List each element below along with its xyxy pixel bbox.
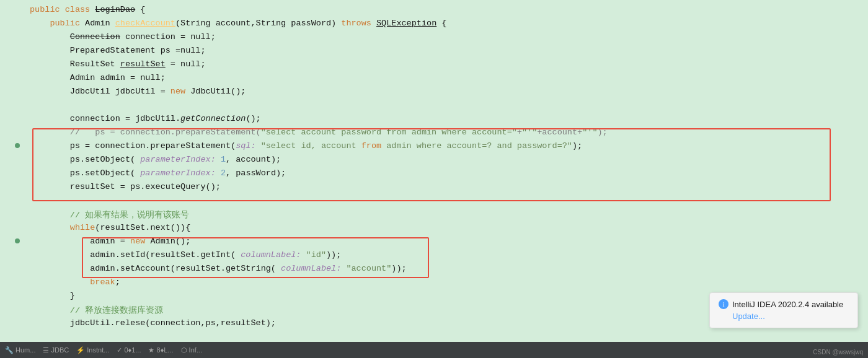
line-content-10: // ps = connection.prepareStatement("sel… [27,128,868,137]
code-line-13: ps.setObject( parameterIndex: 2, passWor… [0,168,868,182]
line-content-9: connection = jdbcUtil.getConnection(); [27,114,868,123]
line-content-13: ps.setObject( parameterIndex: 2, passWor… [27,168,868,178]
code-line-20: admin.setAccount(resultSet.getString( co… [0,264,868,277]
code-line-21: break; [0,277,868,291]
code-line-14: resultSet = ps.executeQuery(); [0,182,868,196]
bottom-item-1: 🔧 Hum... [5,346,35,354]
line-content-5: ResultSet resultSet = null; [27,59,868,69]
bottom-bar: 🔧 Hum... ☰ JDBC ⚡ Instnt... ✓ 0♦1... ★ 8… [0,342,868,358]
code-line-2: public Admin checkAccount(String account… [0,19,868,32]
breakpoint-dot-11 [15,143,20,148]
code-line-16: // 如果有结果，说明有该账号 [0,209,868,223]
code-line-10: // ps = connection.prepareStatement("sel… [0,128,868,141]
update-link[interactable]: Update... [732,312,765,321]
notification-text: IntelliJ IDEA 2020.2.4 available [732,300,843,309]
code-line-4: PreparedStatement ps =null; [0,46,868,59]
line-content-15 [27,196,868,205]
line-content-14: resultSet = ps.executeQuery(); [27,182,868,191]
breakpoint-dot-18 [15,238,20,243]
line-content-19: admin.setId(resultSet.getInt( columnLabe… [27,250,868,260]
bottom-item-4: ✓ 0♦1... [117,346,141,354]
code-line-8 [0,100,868,114]
code-line-5: ResultSet resultSet = null; [0,59,868,73]
line-content-8 [27,100,868,110]
line-content-6: Admin admin = null; [27,73,868,82]
code-line-1: public class LoginDao { [0,5,868,19]
line-content-20: admin.setAccount(resultSet.getString( co… [27,264,868,273]
code-line-15 [0,196,868,209]
code-line-6: Admin admin = null; [0,73,868,87]
code-line-17: while(resultSet.next()){ [0,223,868,237]
line-content-18: admin = new Admin(); [27,237,868,246]
code-line-18: admin = new Admin(); [0,237,868,250]
notification-title: i IntelliJ IDEA 2020.2.4 available [719,299,849,309]
code-editor: public class LoginDao { public Admin che… [0,0,868,358]
line-content-11: ps = connection.prepareStatement(sql: "s… [27,141,868,151]
code-line-19: admin.setId(resultSet.getInt( columnLabe… [0,250,868,264]
code-line-9: connection = jdbcUtil.getConnection(); [0,114,868,128]
code-line-3: Connection connection = null; [0,32,868,46]
line-content-12: ps.setObject( parameterIndex: 1, account… [27,155,868,164]
line-content-4: PreparedStatement ps =null; [27,46,868,55]
code-line-11: ps = connection.prepareStatement(sql: "s… [0,141,868,155]
info-icon: i [719,299,728,309]
line-content-2: public Admin checkAccount(String account… [27,19,868,28]
line-content-7: JdbcUtil jdbcUtil = new JdbcUtil(); [27,87,868,96]
line-content-21: break; [27,277,868,287]
code-line-7: JdbcUtil jdbcUtil = new JdbcUtil(); [0,87,868,100]
csdn-badge: CSDN @wswsjwq [813,349,863,356]
line-content-1: public class LoginDao { [27,5,868,14]
line-content-17: while(resultSet.next()){ [27,223,868,232]
bottom-item-3: ⚡ Instnt... [76,346,109,354]
gutter-18 [0,238,27,243]
code-line-12: ps.setObject( parameterIndex: 1, account… [0,155,868,168]
notification-popup: i IntelliJ IDEA 2020.2.4 available Updat… [709,292,858,328]
gutter-11 [0,143,27,148]
line-content-16: // 如果有结果，说明有该账号 [27,209,868,220]
bottom-item-5: ★ 8♦L... [148,346,173,354]
bottom-item-6: ⬡ Inf... [181,346,202,354]
bottom-item-2: ☰ JDBC [43,346,69,354]
line-content-3: Connection connection = null; [27,32,868,41]
